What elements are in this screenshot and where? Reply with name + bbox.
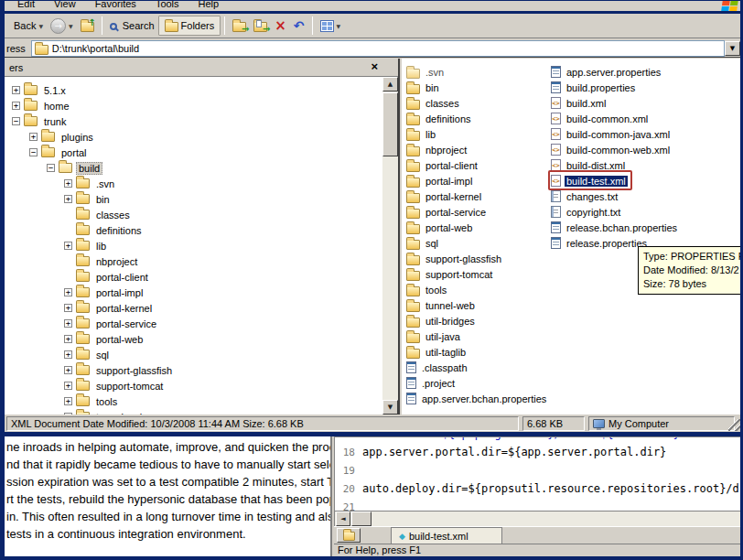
expand-icon[interactable]: + [64, 397, 72, 405]
file-item-portal-service[interactable]: portal-service [406, 204, 488, 220]
menu-item-edit[interactable]: Edit [17, 1, 35, 9]
expand-icon[interactable]: + [29, 133, 38, 141]
scroll-left-icon[interactable]: ◄ [336, 512, 350, 526]
menu-item-tools[interactable]: Tools [156, 1, 179, 9]
tree-item-portal[interactable]: −portal [5, 145, 382, 160]
file-item-changes.txt[interactable]: changes.txt [551, 188, 619, 204]
search-button[interactable]: Search [106, 18, 158, 33]
document-panel[interactable]: ne inroads in helping automate, improve,… [5, 436, 332, 556]
file-item-bin[interactable]: bin [406, 80, 441, 95]
folders-button[interactable]: Folders [158, 16, 221, 36]
tree-item-portal-kernel[interactable]: +portal-kernel [5, 300, 382, 316]
file-item-sql[interactable]: sql [406, 235, 440, 251]
tree-item-portal-client[interactable]: portal-client [5, 269, 382, 285]
file-item-app.server.bchan.properties[interactable]: app.server.bchan.properties [406, 391, 548, 406]
expand-icon[interactable]: + [64, 288, 72, 296]
tree-item-definitions[interactable]: definitions [5, 222, 382, 238]
scroll-thumb[interactable] [382, 92, 398, 156]
tree-item-bin[interactable]: +bin [5, 191, 382, 207]
file-item-util-java[interactable]: util-java [406, 328, 462, 344]
file-item-classes[interactable]: classes [406, 95, 461, 111]
menu-item-help[interactable]: Help [199, 1, 220, 9]
file-item-.svn[interactable]: .svn [406, 64, 446, 80]
file-item-build-test.xml[interactable]: build-test.xml [551, 173, 628, 188]
tree-item-5.1.x[interactable]: +5.1.x [5, 82, 382, 98]
editor-folder-button[interactable] [337, 528, 361, 543]
file-item-copyright.txt[interactable]: copyright.txt [551, 204, 622, 220]
hscroll-thumb[interactable] [351, 512, 372, 526]
tree-item-support-glassfish[interactable]: +support-glassfish [5, 362, 382, 378]
expand-icon[interactable]: + [64, 382, 72, 390]
back-dropdown-icon[interactable]: ▼ [38, 23, 43, 29]
tab-build-test-xml[interactable]: ◆ build-test.xml [391, 527, 502, 544]
file-item-build-common-java.xml[interactable]: build-common-java.xml [551, 126, 672, 142]
tree-item-.svn[interactable]: +.svn [5, 176, 382, 191]
tree-item-portal-service[interactable]: +portal-service [5, 316, 382, 331]
file-item-portal-web[interactable]: portal-web [406, 220, 474, 235]
forward-dropdown-icon[interactable]: ▼ [69, 23, 73, 29]
tree-item-lib[interactable]: +lib [5, 238, 382, 253]
tree-item-classes[interactable]: classes [5, 207, 382, 222]
expand-icon[interactable]: + [64, 350, 72, 359]
tree-item-nbproject[interactable]: nbproject [5, 253, 382, 269]
file-item-util-bridges[interactable]: util-bridges [406, 313, 477, 328]
tree-item-support-tomcat[interactable]: +support-tomcat [5, 378, 382, 393]
collapse-icon[interactable]: − [12, 117, 20, 125]
expand-icon[interactable]: + [12, 102, 20, 110]
copy-to-button[interactable]: → [250, 17, 271, 34]
collapse-icon[interactable]: − [29, 148, 38, 156]
views-button[interactable]: ▼ [317, 18, 345, 34]
file-item-support-tomcat[interactable]: support-tomcat [406, 266, 494, 282]
tree-item-plugins[interactable]: +plugins [5, 129, 382, 145]
file-item-portal-client[interactable]: portal-client [406, 157, 479, 173]
close-icon[interactable]: × [371, 60, 378, 73]
file-item-support-glassfish[interactable]: support-glassfish [406, 251, 503, 266]
menu-item-view[interactable]: View [54, 1, 76, 9]
tree-scrollbar[interactable]: ▲ ▼ [382, 77, 398, 415]
file-item-build-common-web.xml[interactable]: build-common-web.xml [551, 142, 672, 157]
file-item-util-taglib[interactable]: util-taglib [406, 344, 468, 360]
file-item-build-common.xml[interactable]: build-common.xml [551, 111, 650, 126]
scroll-down-icon[interactable]: ▼ [382, 400, 398, 415]
views-dropdown-icon[interactable]: ▼ [337, 23, 341, 29]
file-item-build.xml[interactable]: build.xml [551, 95, 608, 111]
file-item-lib[interactable]: lib [406, 126, 437, 142]
tree-item-home[interactable]: +home [5, 98, 382, 113]
tree-item-sql[interactable]: +sql [5, 347, 382, 362]
up-button[interactable]: ↑ [77, 17, 98, 34]
file-item-.project[interactable]: .project [406, 375, 457, 391]
expand-icon[interactable]: + [64, 319, 72, 328]
editor-hscrollbar[interactable]: ◄ [334, 512, 740, 526]
undo-button[interactable]: ↶ [290, 17, 308, 34]
tree-item-build[interactable]: −build [5, 160, 382, 176]
forward-button[interactable]: → ▼ [47, 16, 77, 36]
expand-icon[interactable]: + [64, 304, 72, 312]
address-input[interactable]: D:\trunk\portal\build [31, 40, 725, 57]
file-item-tunnel-web[interactable]: tunnel-web [406, 297, 477, 313]
expand-icon[interactable]: + [64, 366, 72, 374]
resize-grip[interactable] [728, 419, 740, 431]
file-item-nbproject[interactable]: nbproject [406, 142, 468, 157]
file-item-release.properties[interactable]: release.properties [551, 235, 649, 251]
collapse-icon[interactable]: − [47, 164, 55, 172]
expand-icon[interactable]: + [64, 335, 72, 343]
code-area[interactable]: 17<echo file="${lp.plugins.dir}/build.${… [334, 436, 740, 512]
tree-item-portal-web[interactable]: +portal-web [5, 331, 382, 347]
expand-icon[interactable]: + [64, 179, 72, 188]
move-to-button[interactable]: → [229, 17, 250, 34]
file-item-definitions[interactable]: definitions [406, 111, 473, 126]
delete-button[interactable]: × [271, 17, 290, 34]
file-item-app.server.properties[interactable]: app.server.properties [551, 64, 662, 80]
expand-icon[interactable]: + [12, 86, 20, 94]
back-button[interactable]: Back ▼ [10, 18, 47, 33]
file-item-portal-impl[interactable]: portal-impl [406, 173, 474, 188]
file-item-build.properties[interactable]: build.properties [551, 80, 637, 95]
tree-item-trunk[interactable]: −trunk [5, 113, 382, 129]
tree-item-portal-impl[interactable]: +portal-impl [5, 285, 382, 300]
file-item-release.bchan.properties[interactable]: release.bchan.properties [551, 220, 679, 235]
file-item-portal-kernel[interactable]: portal-kernel [406, 188, 483, 204]
menu-item-favorites[interactable]: Favorites [95, 1, 136, 9]
file-item-tools[interactable]: tools [406, 282, 448, 297]
tree-item-tools[interactable]: +tools [5, 393, 382, 409]
scroll-up-icon[interactable]: ▲ [382, 77, 398, 92]
